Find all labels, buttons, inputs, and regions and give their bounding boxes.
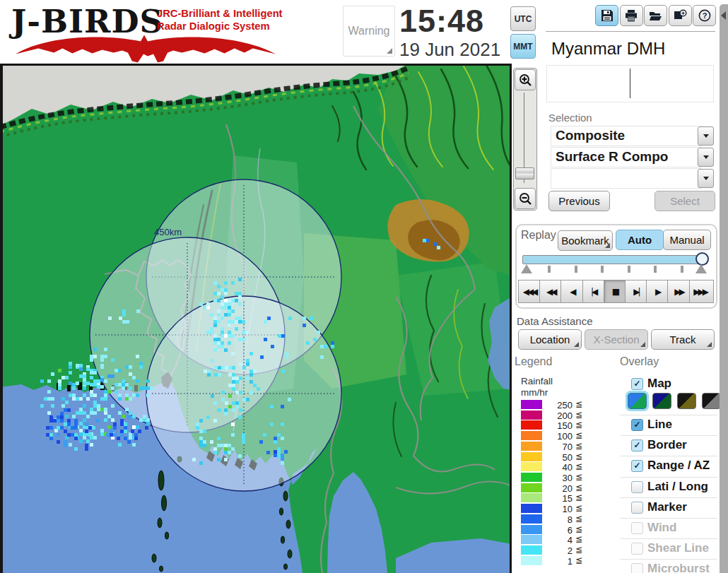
jump-end-button[interactable]: ▶▶▶ [689, 280, 714, 303]
product-type-dropdown: Composite [551, 126, 714, 145]
previous-button[interactable]: Previous [548, 191, 610, 211]
legend-value: 150 [544, 420, 573, 431]
print-button[interactable] [620, 5, 643, 26]
save-button[interactable] [595, 5, 618, 26]
checkbox[interactable]: ✓ [631, 378, 643, 390]
legend-operator: ≦ [575, 461, 582, 471]
legend-operator: ≦ [575, 524, 582, 534]
legend-item: 6 ≦ [512, 525, 615, 535]
timezone-mmt-button[interactable]: MMT [510, 34, 536, 59]
legend-item: 100 ≦ [512, 431, 615, 441]
legend-color-swatch [521, 442, 542, 451]
overlay-label: Overlay [620, 355, 659, 368]
toolbar-separator [546, 31, 715, 32]
open-folder-icon [649, 9, 662, 22]
legend-operator: ≦ [575, 472, 582, 482]
legend-operator: ≦ [575, 410, 582, 420]
replay-timeline-slider[interactable] [522, 255, 708, 264]
legend-color-swatch [521, 493, 542, 502]
clock-date: 19 Jun 2021 [399, 39, 500, 61]
legend-operator: ≦ [575, 451, 582, 461]
radar-map-viewport[interactable]: 450km [0, 64, 512, 573]
topographic-map: 450km [0, 64, 512, 573]
x-section-button[interactable]: X-Section [585, 329, 648, 350]
checkbox[interactable]: ✓ [631, 419, 643, 431]
zoom-out-button[interactable] [515, 188, 536, 209]
panel-collapse-strip[interactable] [720, 4, 728, 573]
track-button[interactable]: Track [651, 329, 715, 350]
legend-value: 100 [544, 431, 573, 442]
auto-mode-button[interactable]: Auto [616, 230, 664, 250]
style-black-gray[interactable] [702, 393, 721, 409]
product-dropdown: Surface R Compo [551, 147, 714, 166]
legend-item: 150 ≦ [512, 420, 615, 430]
select-button[interactable]: Select [654, 191, 715, 211]
station-display-box[interactable] [546, 65, 714, 102]
checkbox [631, 563, 643, 573]
range-ring-distance-label: 450km [154, 227, 182, 237]
overlay-item-microburst: Microburst [620, 559, 717, 573]
location-button[interactable]: Location [518, 329, 582, 350]
style-black-olive[interactable] [677, 393, 696, 409]
chevron-down-icon [703, 155, 709, 159]
overlay-item-shear-line: Shear Line [620, 538, 717, 557]
product-value[interactable]: Surface R Compo [551, 147, 702, 167]
legend-value: 250 [544, 400, 573, 410]
legend-operator: ≦ [575, 545, 582, 555]
overlay-item-border[interactable]: ✓ Border [620, 435, 717, 454]
timezone-utc-button[interactable]: UTC [510, 6, 536, 31]
warning-button[interactable]: Warning [343, 6, 395, 57]
overlay-item-label: Marker [647, 500, 687, 514]
style-blue-green[interactable] [628, 393, 647, 409]
overlay-item-map[interactable]: ✓ Map [620, 374, 717, 393]
checkbox[interactable] [631, 481, 643, 493]
legend-item: 2 ≦ [512, 545, 615, 555]
legend-item: 4 ≦ [512, 535, 615, 545]
legend-item: 40 ≦ [512, 462, 615, 472]
product-type-value[interactable]: Composite [551, 126, 702, 146]
overlay-item-label: Shear Line [647, 541, 709, 555]
range-start-marker[interactable] [521, 264, 532, 273]
zoom-in-button[interactable] [515, 69, 536, 90]
overlay-item-label: Lati / Long [647, 480, 708, 494]
add-image-button[interactable] [669, 5, 692, 26]
overlay-item-label: Map [647, 377, 671, 391]
overlay-item-lati-long[interactable]: Lati / Long [620, 477, 717, 496]
legend-value: 4 [544, 535, 573, 545]
floppy-disk-icon [601, 9, 613, 22]
overlay-item-wind: Wind [620, 518, 717, 537]
legend-operator: ≦ [575, 534, 582, 544]
zoom-slider-thumb[interactable] [515, 167, 534, 179]
open-folder-button[interactable] [644, 5, 667, 26]
legend-color-swatch [521, 514, 542, 524]
legend-operator: ≦ [575, 503, 582, 513]
legend-value: 8 [544, 514, 573, 525]
legend-item: 250 ≦ [512, 400, 615, 410]
chevron-down-icon [703, 134, 709, 138]
printer-icon [625, 9, 638, 22]
checkbox[interactable]: ✓ [631, 439, 643, 451]
option-dropdown-arrow[interactable] [698, 169, 714, 188]
checkbox[interactable] [631, 502, 643, 514]
range-end-marker[interactable] [695, 264, 707, 273]
legend-operator: ≦ [575, 441, 582, 451]
overlay-item-marker[interactable]: Marker [620, 497, 717, 516]
manual-mode-button[interactable]: Manual [663, 230, 711, 250]
option-value[interactable] [551, 168, 702, 189]
style-navy-darkgreen[interactable] [652, 393, 671, 409]
bookmark-button[interactable]: Bookmark [558, 230, 613, 251]
checkbox [631, 543, 643, 555]
checkbox[interactable]: ✓ [631, 460, 643, 472]
overlay-item-line[interactable]: ✓ Line [620, 415, 717, 434]
product-dropdown-arrow[interactable] [698, 148, 714, 167]
overlay-item-range-az[interactable]: ✓ Range / AZ [620, 456, 717, 475]
legend-item: 10 ≦ [512, 504, 615, 514]
help-button[interactable]: ? [693, 5, 716, 26]
overlay-item-label: Border [647, 438, 687, 452]
station-name: Myanmar DMH [551, 39, 665, 59]
product-type-dropdown-arrow[interactable] [698, 126, 714, 146]
legend-color-swatch [521, 525, 542, 534]
selection-label: Selection [548, 112, 592, 124]
option-dropdown [551, 168, 714, 187]
replay-label: Replay [521, 229, 556, 242]
